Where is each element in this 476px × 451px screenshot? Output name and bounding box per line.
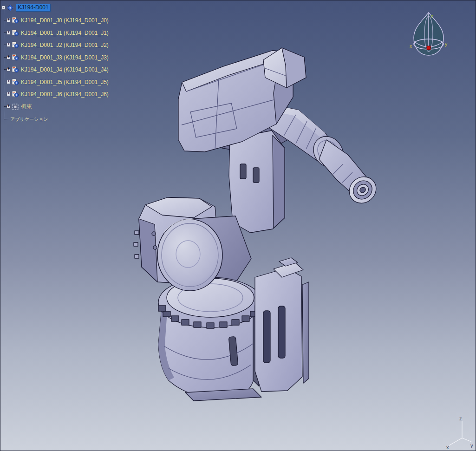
tree-item-label[interactable]: アプリケーション	[10, 116, 48, 123]
triad-z-label: z	[459, 416, 462, 421]
tree-root-row[interactable]: - KJ194-D001	[0, 4, 51, 12]
part-icon[interactable]	[12, 41, 19, 49]
tree-item-j6[interactable]: + KJ194_D001_J6 (KJ194_D001_J6)	[0, 90, 109, 98]
triad-y-axis	[462, 438, 471, 442]
part-icon[interactable]	[12, 17, 19, 24]
expand-symbol: +	[7, 105, 10, 109]
compass-center-handle[interactable]	[427, 46, 430, 50]
part-icon[interactable]	[12, 78, 19, 86]
part-icon[interactable]	[12, 91, 19, 98]
robot-base-column[interactable]	[255, 258, 309, 392]
expand-symbol: +	[7, 55, 10, 59]
tree-item-label[interactable]: KJ194_D001_J3 (KJ194_D001_J3)	[21, 54, 109, 61]
expand-toggle[interactable]: +	[7, 67, 11, 72]
tree-item-j1[interactable]: + KJ194_D001_J1 (KJ194_D001_J1)	[0, 29, 109, 37]
robot-motor-cylinder[interactable]	[157, 219, 222, 291]
tree-item-constraints[interactable]: + 拘束	[0, 103, 32, 111]
expand-toggle[interactable]: +	[7, 18, 11, 22]
expand-toggle[interactable]: +	[7, 80, 11, 84]
tree-item-j2[interactable]: + KJ194_D001_J2 (KJ194_D001_J2)	[0, 41, 109, 49]
part-icon[interactable]	[12, 54, 19, 61]
expand-toggle[interactable]: +	[7, 55, 11, 59]
expand-toggle[interactable]: +	[7, 105, 11, 109]
expand-toggle[interactable]: +	[7, 31, 11, 35]
expand-toggle[interactable]: +	[7, 43, 11, 47]
expand-symbol: +	[7, 92, 10, 96]
part-icon[interactable]	[12, 29, 19, 37]
axis-triad: z y x	[443, 415, 475, 450]
collapse-toggle[interactable]: -	[1, 6, 6, 10]
tree-item-j0[interactable]: + KJ194_D001_J0 (KJ194_D001_J0)	[0, 16, 109, 24]
tree-item-j4[interactable]: + KJ194_D001_J4 (KJ194_D001_J4)	[0, 65, 109, 73]
part-icon[interactable]	[12, 66, 19, 73]
constraints-icon[interactable]	[12, 103, 19, 111]
expand-symbol: +	[7, 18, 10, 22]
tree-item-label[interactable]: KJ194_D001_J2 (KJ194_D001_J2)	[21, 42, 109, 48]
triad-x-axis	[449, 438, 462, 445]
compass-z-label[interactable]: z	[431, 14, 433, 19]
expand-symbol: +	[7, 31, 10, 35]
collapse-symbol: -	[2, 6, 5, 10]
expand-symbol: +	[7, 80, 10, 84]
tree-root-label[interactable]: KJ194-D001	[16, 4, 51, 12]
compass-y-label[interactable]: y	[445, 42, 447, 47]
tree-item-label[interactable]: 拘束	[21, 103, 32, 111]
tree-item-label[interactable]: KJ194_D001_J5 (KJ194_D001_J5)	[21, 79, 109, 85]
tree-item-label[interactable]: KJ194_D001_J6 (KJ194_D001_J6)	[21, 91, 109, 98]
tree-item-applications[interactable]: アプリケーション	[0, 115, 48, 123]
tree-connector	[4, 119, 9, 119]
tree-item-label[interactable]: KJ194_D001_J4 (KJ194_D001_J4)	[21, 66, 109, 73]
tree-item-j5[interactable]: + KJ194_D001_J5 (KJ194_D001_J5)	[0, 78, 109, 86]
compass-x-label[interactable]: x	[410, 44, 412, 49]
triad-x-label: x	[446, 444, 449, 450]
tree-item-label[interactable]: KJ194_D001_J0 (KJ194_D001_J0)	[21, 17, 109, 24]
view-compass[interactable]: z x y	[409, 8, 449, 60]
product-root-icon[interactable]	[7, 4, 14, 12]
triad-y-label: y	[470, 443, 473, 448]
expand-symbol: +	[7, 67, 10, 72]
tree-item-j3[interactable]: + KJ194_D001_J3 (KJ194_D001_J3)	[0, 53, 109, 61]
tree-item-label[interactable]: KJ194_D001_J1 (KJ194_D001_J1)	[21, 30, 109, 36]
expand-toggle[interactable]: +	[7, 92, 11, 96]
expand-symbol: +	[7, 43, 10, 47]
